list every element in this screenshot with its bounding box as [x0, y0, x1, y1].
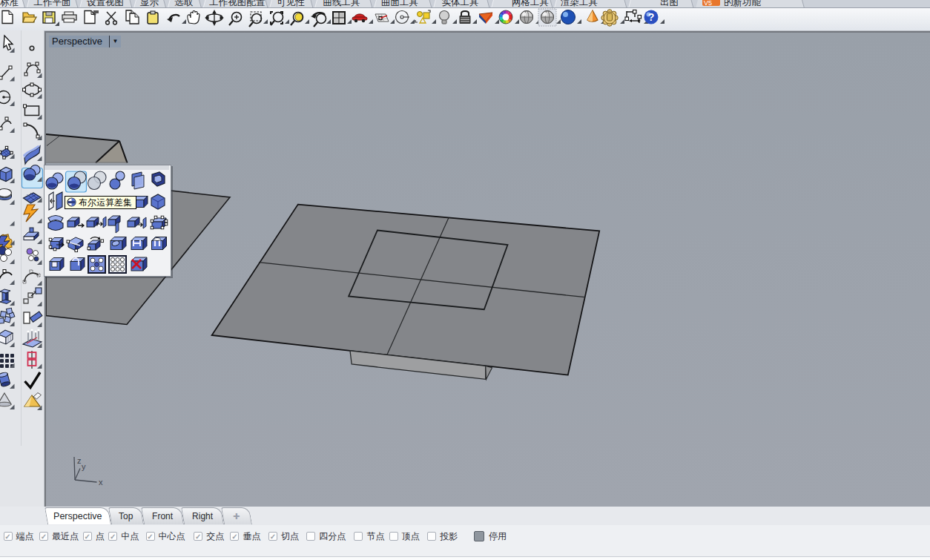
- svg-text:z: z: [77, 456, 82, 465]
- svg-text:y: y: [82, 462, 86, 471]
- svg-text:出图: 出图: [660, 0, 679, 7]
- svg-text:x: x: [99, 478, 103, 487]
- svg-text:的新功能: 的新功能: [724, 0, 762, 7]
- svg-text:工作平面: 工作平面: [34, 0, 71, 7]
- svg-text:可见性: 可见性: [277, 0, 305, 7]
- svg-text:V5: V5: [704, 0, 712, 7]
- svg-text:曲线工具: 曲线工具: [323, 0, 360, 7]
- svg-text:实体工具: 实体工具: [442, 0, 479, 7]
- svg-text:设置视图: 设置视图: [87, 0, 124, 7]
- svg-text:选取: 选取: [175, 0, 194, 7]
- svg-text:网格工具: 网格工具: [512, 0, 549, 7]
- svg-text:渲染工具: 渲染工具: [561, 0, 598, 7]
- svg-text:工作视图配置: 工作视图配置: [209, 0, 266, 7]
- svg-text:曲面工具: 曲面工具: [381, 0, 418, 7]
- svg-text:标准: 标准: [0, 0, 19, 7]
- svg-text:显示: 显示: [140, 0, 159, 7]
- svg-text:?: ?: [648, 11, 655, 23]
